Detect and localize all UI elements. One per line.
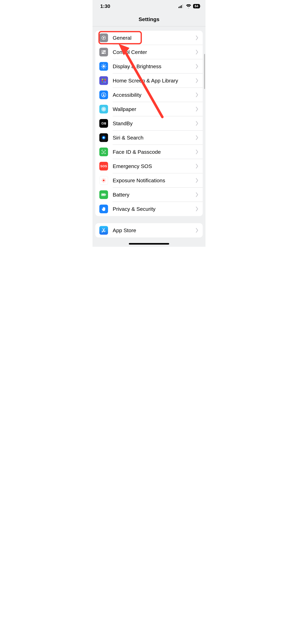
chevron-right-icon bbox=[196, 78, 199, 83]
chevron-right-icon bbox=[196, 106, 199, 112]
appstore-icon bbox=[99, 226, 108, 235]
chevron-right-icon bbox=[196, 192, 199, 197]
row-label: Home Screen & App Library bbox=[113, 78, 191, 84]
chevron-right-icon bbox=[196, 64, 199, 69]
row-siri[interactable]: Siri & Search bbox=[95, 130, 203, 145]
row-home-screen[interactable]: Home Screen & App Library bbox=[95, 74, 203, 88]
svg-point-9 bbox=[104, 53, 105, 54]
svg-rect-3 bbox=[182, 4, 183, 8]
svg-rect-25 bbox=[102, 82, 103, 82]
chevron-right-icon bbox=[196, 35, 199, 40]
svg-rect-27 bbox=[105, 82, 106, 82]
svg-rect-59 bbox=[105, 194, 106, 195]
svg-rect-21 bbox=[105, 79, 106, 80]
status-bar: 1:30 84 bbox=[92, 0, 206, 12]
svg-point-45 bbox=[103, 137, 104, 138]
svg-point-33 bbox=[101, 108, 103, 110]
page-title: Settings bbox=[138, 16, 160, 22]
svg-rect-26 bbox=[103, 82, 104, 82]
svg-point-54 bbox=[105, 182, 105, 182]
svg-line-18 bbox=[105, 65, 105, 65]
svg-rect-19 bbox=[102, 79, 103, 80]
svg-point-49 bbox=[103, 178, 104, 179]
row-exposure[interactable]: Exposure Notifications bbox=[95, 173, 203, 188]
faceid-icon bbox=[99, 148, 108, 156]
svg-point-29 bbox=[103, 94, 104, 94]
row-label: Accessibility bbox=[113, 92, 191, 98]
svg-line-17 bbox=[102, 68, 103, 68]
row-label: Emergency SOS bbox=[113, 163, 191, 169]
settings-group-main: General Control Center Display & Brightn… bbox=[95, 31, 203, 216]
chevron-right-icon bbox=[196, 121, 199, 126]
svg-point-52 bbox=[105, 180, 106, 181]
siri-icon bbox=[99, 133, 108, 142]
row-label: General bbox=[113, 35, 191, 41]
row-label: Battery bbox=[113, 192, 191, 198]
row-label: Privacy & Security bbox=[113, 206, 191, 212]
chevron-right-icon bbox=[196, 206, 199, 212]
svg-point-32 bbox=[103, 110, 104, 111]
svg-rect-0 bbox=[179, 7, 179, 8]
svg-point-37 bbox=[104, 108, 105, 109]
chevron-right-icon bbox=[196, 149, 199, 154]
svg-point-50 bbox=[103, 182, 104, 182]
gear-icon bbox=[99, 34, 108, 42]
row-wallpaper[interactable]: Wallpaper bbox=[95, 102, 203, 116]
svg-line-64 bbox=[102, 232, 102, 232]
row-label: Exposure Notifications bbox=[113, 178, 191, 184]
svg-line-15 bbox=[102, 65, 103, 65]
svg-point-10 bbox=[103, 65, 105, 68]
row-faceid[interactable]: Face ID & Passcode bbox=[95, 145, 203, 159]
row-general[interactable]: General bbox=[95, 31, 203, 45]
home-indicator bbox=[129, 243, 169, 244]
svg-rect-22 bbox=[102, 80, 103, 81]
chevron-right-icon bbox=[196, 92, 199, 98]
scrollbar-indicator bbox=[204, 54, 205, 89]
row-app-store[interactable]: App Store bbox=[95, 223, 203, 238]
sos-icon: SOS bbox=[99, 162, 108, 170]
svg-point-36 bbox=[104, 110, 105, 111]
flower-icon bbox=[99, 105, 108, 114]
svg-rect-20 bbox=[103, 79, 104, 80]
row-standby[interactable]: StandBy bbox=[95, 116, 203, 130]
cellular-icon bbox=[179, 4, 184, 8]
svg-point-51 bbox=[101, 180, 102, 181]
row-label: Face ID & Passcode bbox=[113, 149, 191, 155]
person-circle-icon bbox=[99, 90, 108, 99]
row-label: Wallpaper bbox=[113, 106, 191, 112]
row-accessibility[interactable]: Accessibility bbox=[95, 88, 203, 102]
svg-line-16 bbox=[105, 68, 105, 68]
row-display[interactable]: Display & Brightness bbox=[95, 59, 203, 74]
svg-point-53 bbox=[102, 179, 103, 180]
row-label: Siri & Search bbox=[113, 135, 191, 141]
wifi-icon bbox=[186, 4, 191, 8]
status-icons: 84 bbox=[179, 4, 200, 8]
svg-point-56 bbox=[102, 182, 103, 182]
row-battery[interactable]: Battery bbox=[95, 188, 203, 202]
title-bar: Settings bbox=[92, 12, 206, 26]
exposure-icon bbox=[99, 176, 108, 185]
chevron-right-icon bbox=[196, 164, 199, 169]
svg-rect-2 bbox=[181, 5, 182, 8]
grid-icon bbox=[99, 76, 108, 85]
sun-icon bbox=[99, 62, 108, 71]
chevron-right-icon bbox=[196, 178, 199, 183]
svg-rect-42 bbox=[104, 123, 106, 124]
svg-point-35 bbox=[102, 108, 103, 109]
row-control-center[interactable]: Control Center bbox=[95, 45, 203, 59]
hand-icon bbox=[99, 204, 108, 213]
clock-card-icon bbox=[99, 119, 108, 128]
chevron-right-icon bbox=[196, 135, 199, 140]
svg-rect-41 bbox=[104, 122, 106, 123]
svg-point-34 bbox=[104, 108, 106, 110]
svg-rect-24 bbox=[105, 80, 106, 81]
battery-indicator: 84 bbox=[193, 4, 200, 8]
toggles-icon bbox=[99, 48, 108, 56]
settings-screen: 1:30 84 Settings bbox=[92, 0, 206, 247]
row-sos[interactable]: SOS Emergency SOS bbox=[95, 159, 203, 173]
svg-rect-23 bbox=[103, 80, 104, 81]
svg-point-48 bbox=[103, 180, 105, 181]
row-label: StandBy bbox=[113, 120, 191, 126]
svg-rect-1 bbox=[180, 6, 181, 8]
row-privacy[interactable]: Privacy & Security bbox=[95, 202, 203, 216]
